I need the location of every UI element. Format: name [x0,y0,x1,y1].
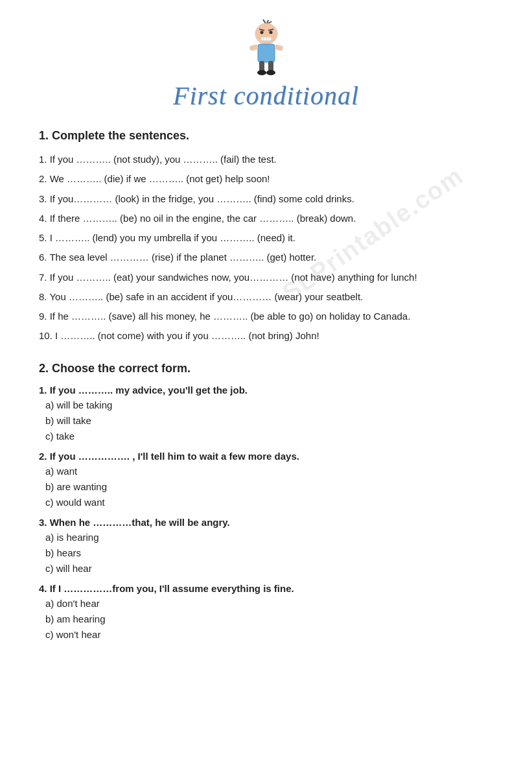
question-stem-4: 4. If I ……………from you, I'll assume every… [39,583,493,594]
question-2-option-1: a) want [45,464,493,479]
question-1-option-3: c) take [45,429,493,444]
question-3-option-2: b) hears [45,545,493,561]
page-title: First conditional [39,80,493,111]
sentence-item: 4. If there ……….. (be) no oil in the eng… [39,211,493,226]
question-stem-3: 3. When he …………that, he will be angry. [39,517,493,528]
sentence-item: 1. If you ……….. (not study), you ……….. (… [39,152,493,167]
sentence-item: 7. If you ……….. (eat) your sandwiches no… [39,270,493,285]
question-4-option-1: a) don't hear [45,596,493,611]
question-1-option-1: a) will be taking [45,397,493,413]
svg-point-18 [266,70,275,75]
question-block-4: 4. If I ……………from you, I'll assume every… [39,583,493,643]
svg-point-5 [269,31,272,34]
question-2-option-3: c) would want [45,495,493,510]
sentence-item: 9. If he ……….. (save) all his money, he … [39,309,493,324]
question-3-option-3: c) will hear [45,561,493,576]
question-1-option-2: b) will take [45,413,493,429]
question-stem-1: 1. If you ……….. my advice, you'll get th… [39,385,493,396]
sentence-item: 2. We ……….. (die) if we ……….. (not get) … [39,171,493,186]
sentence-item: 3. If you………… (look) in the fridge, you … [39,191,493,206]
sentence-item: 10. I ……….. (not come) with you if you …… [39,328,493,343]
section-choose-form: 2. Choose the correct form. 1. If you ……… [39,362,493,643]
character-illustration [244,19,289,78]
sentence-item: 5. I ……….. (lend) you my umbrella if you… [39,230,493,245]
question-block-3: 3. When he …………that, he will be angry.a)… [39,517,493,576]
sentence-item: 6. The sea level ………… (rise) if the plan… [39,250,493,265]
question-3-option-1: a) is hearing [45,530,493,545]
section1-title: 1. Complete the sentences. [39,129,493,143]
svg-point-4 [260,31,263,34]
svg-point-17 [257,70,266,75]
question-4-option-2: b) am hearing [45,611,493,627]
svg-rect-14 [274,45,283,51]
questions-container: 1. If you ……….. my advice, you'll get th… [39,385,493,643]
question-block-1: 1. If you ……….. my advice, you'll get th… [39,385,493,444]
section2-title: 2. Choose the correct form. [39,362,493,375]
sentence-item: 8. You ……….. (be) safe in an accident if… [39,289,493,304]
sentences-list: 1. If you ……….. (not study), you ……….. (… [39,152,493,344]
question-4-option-3: c) won't hear [45,627,493,643]
section-complete-sentences: 1. Complete the sentences. 1. If you ………… [39,129,493,344]
page-header: First conditional [39,19,493,111]
question-block-2: 2. If you ……………. , I'll tell him to wait… [39,451,493,510]
svg-rect-13 [249,45,258,51]
question-stem-2: 2. If you ……………. , I'll tell him to wait… [39,451,493,462]
question-2-option-2: b) are wanting [45,479,493,495]
svg-rect-12 [258,44,275,62]
